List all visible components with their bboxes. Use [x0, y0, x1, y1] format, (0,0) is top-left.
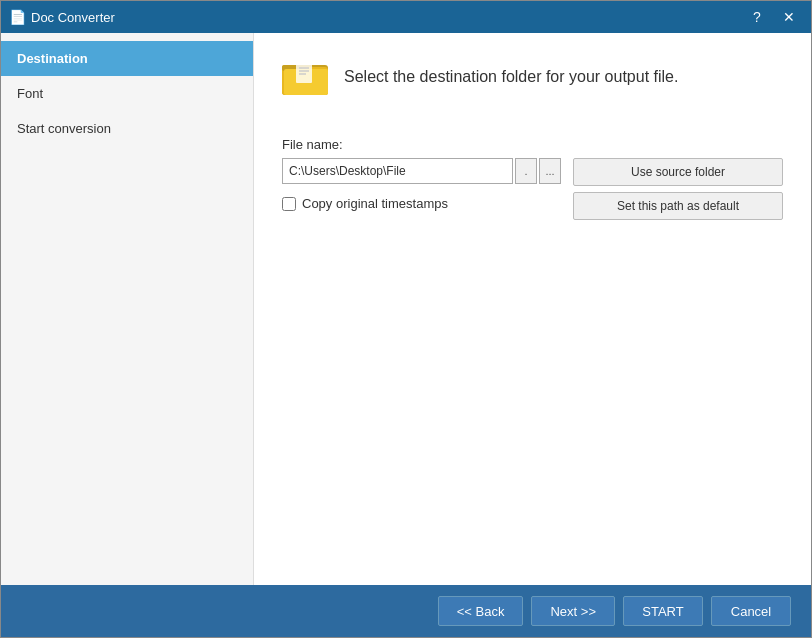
sidebar-item-destination[interactable]: Destination [1, 41, 253, 76]
footer: << Back Next >> START Cancel [1, 585, 811, 637]
sidebar: Destination Font Start conversion [1, 33, 254, 585]
file-input-row: . ... [282, 158, 561, 184]
svg-rect-4 [296, 63, 312, 83]
header-section: Select the destination folder for your o… [282, 57, 783, 113]
file-path-input[interactable] [282, 158, 513, 184]
help-button[interactable]: ? [743, 5, 771, 29]
use-source-folder-button[interactable]: Use source folder [573, 158, 783, 186]
sidebar-item-start-conversion[interactable]: Start conversion [1, 111, 253, 146]
content-area: Destination Font Start conversion [1, 33, 811, 585]
cancel-button[interactable]: Cancel [711, 596, 791, 626]
close-button[interactable]: ✕ [775, 5, 803, 29]
copy-timestamps-row: Copy original timestamps [282, 196, 561, 211]
start-button[interactable]: START [623, 596, 703, 626]
title-bar-left: 📄 Doc Converter [9, 9, 115, 25]
next-button[interactable]: Next >> [531, 596, 615, 626]
app-icon: 📄 [9, 9, 25, 25]
title-bar-controls: ? ✕ [743, 5, 803, 29]
app-window: 📄 Doc Converter ? ✕ Destination Font Sta… [0, 0, 812, 638]
dot-btn[interactable]: . [515, 158, 537, 184]
set-default-button[interactable]: Set this path as default [573, 192, 783, 220]
back-button[interactable]: << Back [438, 596, 524, 626]
sidebar-item-font[interactable]: Font [1, 76, 253, 111]
copy-timestamps-checkbox[interactable] [282, 197, 296, 211]
copy-timestamps-label[interactable]: Copy original timestamps [302, 196, 448, 211]
title-bar: 📄 Doc Converter ? ✕ [1, 1, 811, 33]
window-title: Doc Converter [31, 10, 115, 25]
main-content: Select the destination folder for your o… [254, 33, 811, 585]
header-title: Select the destination folder for your o… [344, 68, 678, 86]
side-buttons: Use source folder Set this path as defau… [573, 158, 783, 220]
form-section: File name: . ... Copy original timestamp… [282, 137, 783, 227]
browse-btn[interactable]: ... [539, 158, 561, 184]
folder-icon [282, 57, 330, 97]
file-name-label: File name: [282, 137, 783, 152]
